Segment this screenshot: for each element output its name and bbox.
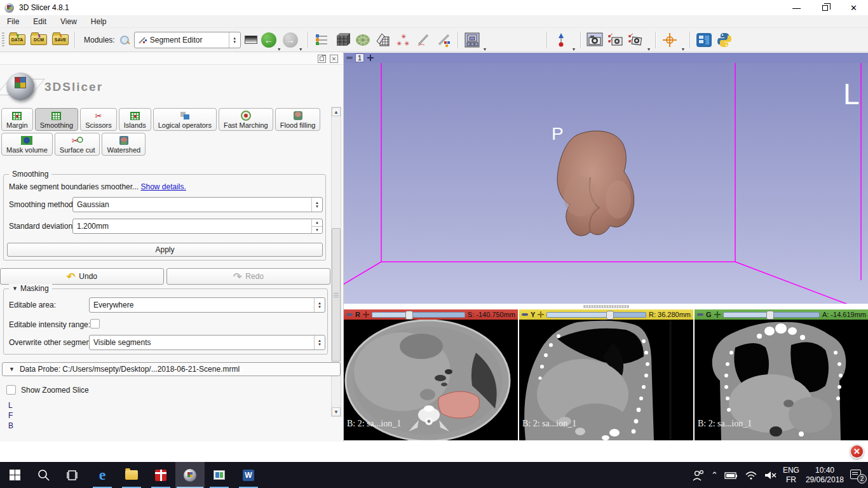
python-console-icon[interactable]	[716, 32, 733, 48]
overwrite-combo[interactable]: Visible segments ▲▼	[89, 335, 325, 350]
overwrite-spinner[interactable]: ▲▼	[314, 336, 325, 349]
taskbar-viewer-button[interactable]	[205, 462, 234, 488]
effect-mask-volume-button[interactable]: Mask volume	[1, 133, 53, 156]
restore-scene-view-icon[interactable]	[627, 32, 644, 48]
language-indicator[interactable]: ENG FR	[783, 466, 799, 485]
red-slice-slider[interactable]	[372, 312, 465, 318]
back-dropdown-caret[interactable]: ▼	[277, 47, 281, 51]
data-probe-header[interactable]: ▼ Data Probe: C:/Users/msepty/Desktop/..…	[2, 362, 341, 376]
crosshair-icon[interactable]	[661, 32, 678, 48]
taskbar-search-button[interactable]	[29, 462, 58, 488]
close-button[interactable]: ✕	[839, 0, 868, 15]
show-zoomed-slice-checkbox[interactable]	[6, 385, 16, 395]
effect-flood-filling-button[interactable]: Flood filling	[275, 108, 321, 131]
error-close-button[interactable]: ✕	[850, 444, 864, 459]
green-slice-controls[interactable]: G A: -14.619mm	[695, 309, 868, 320]
stddev-spinbox[interactable]: 1.200mm ▲▼	[72, 219, 323, 234]
green-slider-handle[interactable]	[766, 311, 774, 320]
module-search-icon[interactable]	[119, 34, 130, 46]
undo-button[interactable]: ↶ Undo	[0, 268, 164, 285]
minimize-button[interactable]: —	[782, 0, 811, 15]
menu-edit[interactable]: Edit	[26, 16, 53, 27]
menu-file[interactable]: File	[0, 16, 26, 27]
show-details-link[interactable]: Show details.	[140, 182, 186, 191]
wifi-icon[interactable]	[745, 470, 757, 480]
screenshot-icon[interactable]	[587, 32, 603, 48]
scene-view-caret[interactable]: ▼	[646, 47, 651, 51]
volumes-module-icon[interactable]	[355, 32, 371, 48]
yellow-slice-controls[interactable]: Y R: 36.280mm	[519, 309, 693, 320]
red-slice-controls[interactable]: R S: -140.750mm	[344, 309, 518, 320]
view3d-scene[interactable]: P L	[344, 63, 868, 304]
scrollbar-thumb[interactable]	[332, 228, 341, 362]
red-slice-image[interactable]: B: 2: sa...ion_1	[344, 320, 518, 440]
stddev-spin-arrows[interactable]: ▲▼	[311, 219, 322, 233]
menu-view[interactable]: View	[53, 16, 84, 27]
scroll-up-arrow[interactable]: ▲	[332, 107, 341, 116]
crosshair-caret[interactable]: ▼	[681, 47, 685, 51]
effect-scissors-button[interactable]: ✂ Scissors	[80, 108, 117, 131]
smoothing-method-combo[interactable]: Gaussian ▲▼	[72, 197, 323, 212]
mouse-mode-caret[interactable]: ▼	[572, 47, 576, 51]
taskbar-edge-button[interactable]: e	[88, 462, 117, 488]
data-module-icon[interactable]	[334, 32, 351, 48]
effect-smoothing-button[interactable]: Smoothing	[35, 108, 79, 131]
pin-icon[interactable]	[522, 313, 528, 316]
action-center-button[interactable]: 2	[850, 470, 864, 481]
restore-button[interactable]	[811, 0, 839, 15]
start-button[interactable]	[0, 462, 29, 488]
annotations-module-icon[interactable]	[416, 32, 432, 48]
taskbar-explorer-button[interactable]	[117, 462, 146, 488]
panel-float-button[interactable]	[318, 55, 326, 63]
view3d-settings-icon[interactable]	[367, 54, 374, 62]
intensity-range-checkbox[interactable]	[90, 319, 100, 329]
forward-dropdown-caret[interactable]: ▼	[299, 47, 303, 51]
people-icon[interactable]	[692, 470, 705, 481]
scroll-down-arrow[interactable]: ▼	[332, 407, 341, 416]
segment-editor-module-icon[interactable]	[436, 32, 452, 48]
history-back-button[interactable]: ←	[261, 32, 276, 48]
history-forward-button[interactable]: →	[283, 32, 298, 48]
toolbar-drag-handle[interactable]	[2, 32, 4, 48]
green-slice-slider[interactable]	[723, 312, 820, 318]
masking-groupbox-header[interactable]: ▼ Masking	[9, 284, 52, 293]
pin-icon[interactable]	[697, 313, 703, 316]
extensions-manager-icon[interactable]	[696, 32, 712, 48]
editable-area-spinner[interactable]: ▲▼	[314, 298, 325, 312]
yellow-slice-slider[interactable]	[546, 312, 646, 318]
menu-help[interactable]: Help	[84, 16, 114, 27]
transforms-module-icon[interactable]	[375, 32, 391, 48]
tray-expand-chevron[interactable]: ⌃	[711, 470, 718, 480]
slice-settings-icon[interactable]	[538, 311, 544, 318]
panel-close-button[interactable]: ✕	[330, 55, 338, 63]
task-view-button[interactable]	[58, 462, 88, 488]
pin-icon[interactable]	[346, 57, 353, 59]
editable-area-combo[interactable]: Everywhere ▲▼	[89, 297, 325, 313]
scene-view-icon[interactable]	[607, 32, 623, 48]
markups-module-icon[interactable]: ✳✳✳	[395, 32, 412, 48]
effect-logical-operators-button[interactable]: Logical operators	[153, 108, 217, 131]
smoothing-method-spinner[interactable]: ▲▼	[311, 198, 322, 212]
effect-fast-marching-button[interactable]: Fast Marching	[219, 108, 273, 131]
layout-dropdown-caret[interactable]: ▼	[483, 47, 487, 51]
mouse-mode-icon[interactable]	[553, 32, 569, 48]
slice-settings-icon[interactable]	[714, 311, 721, 318]
effect-margin-button[interactable]: Margin	[1, 108, 33, 131]
load-dicom-button[interactable]: DCM⬇	[28, 30, 50, 50]
module-selector-spinner[interactable]: ▲▼	[229, 32, 240, 48]
load-data-button[interactable]: DATA⬆	[6, 30, 28, 50]
yellow-slider-handle[interactable]	[606, 311, 614, 320]
save-button[interactable]: SAVE⬇	[50, 30, 71, 50]
taskbar-slicer-button[interactable]	[175, 462, 205, 488]
module-selector-combo[interactable]: Segment Editor ▲▼	[134, 32, 241, 48]
effect-watershed-button[interactable]: Watershed	[102, 133, 146, 156]
redo-button[interactable]: ↷ Redo	[166, 268, 330, 285]
taskbar-word-button[interactable]: W	[234, 462, 263, 488]
battery-icon[interactable]	[724, 471, 738, 480]
volume-muted-icon[interactable]	[764, 470, 776, 480]
taskbar-gift-app-button[interactable]	[146, 462, 175, 488]
effect-islands-button[interactable]: Islands	[119, 108, 151, 131]
slice-settings-icon[interactable]	[363, 311, 369, 318]
clock[interactable]: 10:40 29/06/2018	[806, 466, 844, 485]
layout-selector-icon[interactable]	[464, 32, 480, 48]
